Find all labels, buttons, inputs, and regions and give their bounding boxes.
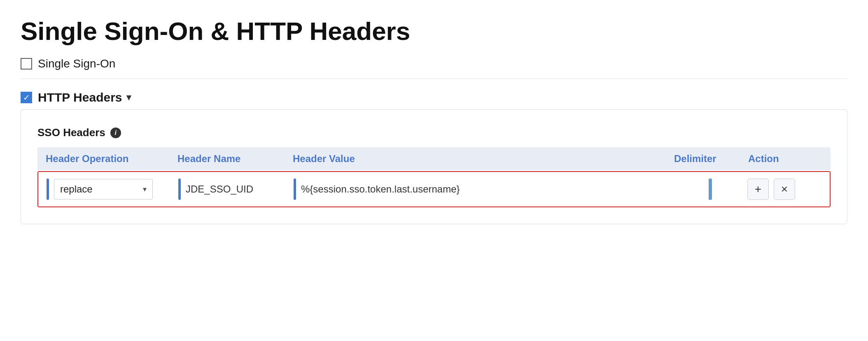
sso-headers-label: SSO Headers i (37, 126, 831, 139)
add-row-button[interactable]: + (747, 179, 769, 200)
col-header-delimiter: Delimiter (674, 153, 748, 165)
col-header-action: Action (748, 153, 822, 165)
col-header-operation: Header Operation (46, 153, 177, 165)
blue-bar-value (294, 179, 296, 200)
http-headers-section-row: ✓ HTTP Headers ▾ (21, 90, 847, 104)
info-icon[interactable]: i (110, 128, 121, 138)
sso-checkbox-wrapper[interactable]: Single Sign-On (21, 57, 115, 70)
sso-checkbox-label: Single Sign-On (38, 57, 115, 70)
sso-headers-label-text: SSO Headers (37, 126, 105, 139)
dropdown-arrow-icon: ▾ (143, 185, 147, 194)
remove-row-button[interactable]: × (774, 179, 795, 200)
header-value-input[interactable] (301, 179, 673, 199)
blue-bar-operation (47, 179, 49, 200)
http-headers-label: HTTP Headers ▾ (38, 90, 131, 104)
cell-delimiter (673, 179, 747, 200)
col-header-name: Header Name (177, 153, 293, 165)
table-data-row: replace ▾ (38, 172, 830, 206)
sso-checkbox[interactable] (21, 58, 32, 70)
section-divider (21, 79, 847, 79)
header-name-input[interactable] (186, 179, 294, 199)
table-row-highlighted: replace ▾ (37, 171, 831, 207)
operation-dropdown[interactable]: replace ▾ (54, 179, 153, 199)
table-header-row: Header Operation Header Name Header Valu… (37, 147, 831, 170)
cell-header-value (294, 179, 673, 200)
blue-bar-name (178, 179, 181, 200)
sso-section-row: Single Sign-On (21, 57, 847, 70)
cell-action: + × (747, 179, 821, 200)
page-title: Single Sign-On & HTTP Headers (21, 16, 847, 46)
http-headers-checkbox-wrapper[interactable]: ✓ HTTP Headers ▾ (21, 90, 131, 104)
operation-value: replace (60, 183, 93, 195)
cell-header-operation: replace ▾ (47, 179, 178, 200)
col-header-value: Header Value (293, 153, 674, 165)
http-headers-checkbox[interactable]: ✓ (21, 92, 32, 103)
http-headers-card: SSO Headers i Header Operation Header Na… (21, 109, 847, 224)
cell-header-name (178, 179, 294, 200)
sso-headers-table: Header Operation Header Name Header Valu… (37, 147, 831, 207)
delimiter-bar (709, 179, 712, 200)
http-headers-label-text: HTTP Headers (38, 90, 122, 104)
chevron-down-icon[interactable]: ▾ (126, 92, 131, 103)
